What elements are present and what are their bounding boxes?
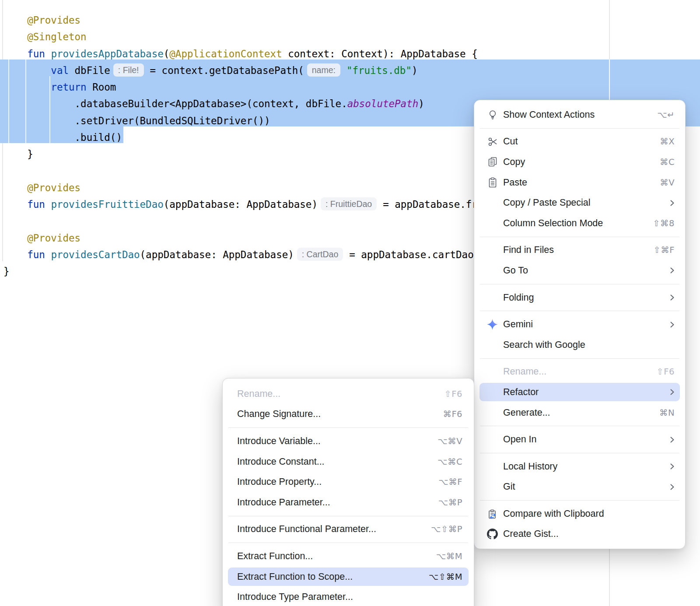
menu-item-change-signature[interactable]: Change Signature...⌘F6 — [223, 404, 474, 425]
menu-item-introduce-parameter[interactable]: Introduce Parameter...⌥⌘P — [223, 492, 474, 513]
menu-item-label: Copy / Paste Special — [503, 197, 591, 208]
indent-guide-lower — [2, 143, 3, 261]
menu-item-rename: Rename...⇧F6 — [223, 384, 474, 404]
submenu-chevron-icon — [670, 294, 675, 301]
menu-item-cut[interactable]: Cut⌘X — [474, 132, 685, 152]
menu-item-label: Introduce Property... — [237, 476, 322, 487]
menu-item-open-in[interactable]: Open In — [474, 429, 685, 450]
submenu-chevron-icon — [670, 199, 675, 207]
menu-item-label: Paste — [503, 177, 527, 188]
menu-item-label: Introduce Constant... — [237, 456, 325, 467]
code-line[interactable]: fun providesCartDao(appDatabase: AppData… — [4, 246, 543, 263]
submenu-chevron-icon — [670, 483, 675, 491]
menu-item-introduce-functional-parameter[interactable]: Introduce Functional Parameter...⌥⇧⌘P — [223, 519, 474, 540]
code-token: @ApplicationContext — [169, 48, 282, 60]
menu-item-label: Generate... — [503, 407, 550, 418]
menu-item-go-to[interactable]: Go To — [474, 260, 685, 281]
code-token: = context.getDatabasePath( — [150, 65, 304, 76]
menu-item-introduce-variable[interactable]: Introduce Variable...⌥⌘V — [223, 431, 474, 452]
code-token: Room — [87, 81, 116, 93]
menu-item-label: Change Signature... — [237, 409, 321, 420]
menu-item-search-with-google[interactable]: Search with Google — [474, 335, 685, 355]
submenu-chevron-icon — [670, 266, 675, 274]
code-line[interactable]: @Singleton — [4, 28, 543, 45]
code-token: .databaseBuilder<AppDatabase>(context, d… — [4, 98, 347, 109]
menu-item-label: Local History — [503, 461, 557, 472]
menu-item-shortcut: ⌘C — [660, 157, 675, 167]
menu-item-refactor[interactable]: Refactor — [474, 382, 685, 403]
code-editor[interactable]: @Provides @Singleton fun providesAppData… — [4, 12, 543, 280]
code-token: @Provides — [4, 232, 80, 244]
code-line[interactable]: .databaseBuilder<AppDatabase>(context, d… — [4, 95, 543, 112]
code-line[interactable]: fun providesFruittieDao(appDatabase: App… — [4, 196, 543, 213]
code-token: context: Context): AppDatabase { — [282, 48, 478, 60]
icon-placeholder — [486, 265, 498, 277]
icon-placeholder — [486, 292, 498, 304]
menu-item-create-gist[interactable]: Create Gist... — [474, 524, 685, 545]
menu-item-local-history[interactable]: Local History — [474, 456, 685, 477]
submenu-chevron-icon — [670, 462, 675, 470]
code-line[interactable]: .setDriver(BundledSQLiteDriver()) — [4, 112, 543, 129]
code-token: fun — [4, 249, 45, 260]
code-line[interactable]: @Provides — [4, 230, 543, 246]
code-token: fun — [4, 48, 45, 60]
code-line[interactable]: .build() — [4, 129, 543, 146]
menu-item-shortcut: ⇧⌘F — [653, 245, 675, 255]
menu-item-shortcut: ⌥⇧⌘M — [429, 572, 462, 582]
menu-item-label: Show Context Actions — [503, 109, 595, 120]
compare-clipboard-icon — [486, 508, 498, 520]
submenu-chevron-icon — [670, 436, 675, 444]
menu-item-introduce-constant[interactable]: Introduce Constant...⌥⌘C — [223, 452, 474, 472]
menu-separator — [223, 539, 474, 546]
code-line[interactable]: } — [4, 263, 543, 280]
menu-item-compare-with-clipboard[interactable]: Compare with Clipboard — [474, 504, 685, 524]
code-line[interactable]: } — [4, 146, 543, 162]
code-token: absolutePath — [347, 98, 419, 109]
menu-item-label: Column Selection Mode — [503, 218, 603, 229]
menu-item-shortcut: ⌥⇧⌘P — [431, 524, 462, 534]
menu-separator — [474, 308, 685, 314]
code-token: ) — [412, 65, 418, 76]
menu-item-label: Introduce Functional Parameter... — [237, 524, 376, 535]
submenu-chevron-icon — [670, 321, 675, 329]
menu-item-find-in-files[interactable]: Find in Files⇧⌘F — [474, 240, 685, 261]
menu-item-label: Git — [503, 481, 515, 492]
menu-item-label: Rename... — [503, 366, 546, 377]
code-token: @Provides — [4, 182, 80, 193]
menu-item-copy-paste-special[interactable]: Copy / Paste Special — [474, 193, 685, 213]
editor-screen: @Provides @Singleton fun providesAppData… — [0, 0, 700, 606]
menu-item-shortcut: ⌥⌘P — [438, 497, 462, 508]
code-token: (appDatabase: AppDatabase) — [140, 249, 294, 260]
menu-item-shortcut: ⌥⌘V — [438, 436, 462, 446]
code-line[interactable]: val dbFile: File!= context.getDatabasePa… — [4, 62, 543, 79]
code-line[interactable]: @Provides — [4, 12, 543, 28]
menu-item-extract-function[interactable]: Extract Function...⌥⌘M — [223, 546, 474, 567]
code-line[interactable] — [4, 213, 543, 230]
menu-item-extract-function-to-scope[interactable]: Extract Function to Scope...⌥⇧⌘M — [223, 567, 474, 587]
menu-item-copy[interactable]: Copy⌘C — [474, 152, 685, 172]
icon-placeholder — [486, 366, 498, 378]
menu-item-label: Go To — [503, 265, 528, 276]
code-token — [45, 249, 51, 260]
icon-placeholder — [486, 481, 498, 493]
icon-placeholder — [486, 461, 498, 473]
menu-item-label: Gemini — [503, 319, 533, 330]
code-line[interactable] — [4, 163, 543, 179]
code-line[interactable]: return Room — [4, 79, 543, 95]
menu-item-introduce-property[interactable]: Introduce Property...⌥⌘F — [223, 472, 474, 492]
menu-item-column-selection-mode[interactable]: Column Selection Mode⇧⌘8 — [474, 213, 685, 234]
menu-item-shortcut: ⌘V — [660, 178, 675, 188]
code-line[interactable]: fun providesAppDatabase(@ApplicationCont… — [4, 46, 543, 62]
menu-item-paste[interactable]: Paste⌘V — [474, 172, 685, 193]
code-line[interactable]: @Provides — [4, 179, 543, 196]
menu-item-generate[interactable]: Generate...⌘N — [474, 403, 685, 423]
menu-item-gemini[interactable]: Gemini — [474, 314, 685, 335]
submenu-chevron-icon — [670, 388, 675, 396]
menu-separator — [474, 497, 685, 504]
code-token — [45, 199, 51, 210]
icon-placeholder — [486, 339, 498, 351]
menu-item-git[interactable]: Git — [474, 477, 685, 497]
menu-item-introduce-type-parameter[interactable]: Introduce Type Parameter... — [223, 587, 474, 606]
menu-item-show-context-actions[interactable]: Show Context Actions⌥↵ — [474, 105, 685, 125]
menu-item-folding[interactable]: Folding — [474, 287, 685, 308]
